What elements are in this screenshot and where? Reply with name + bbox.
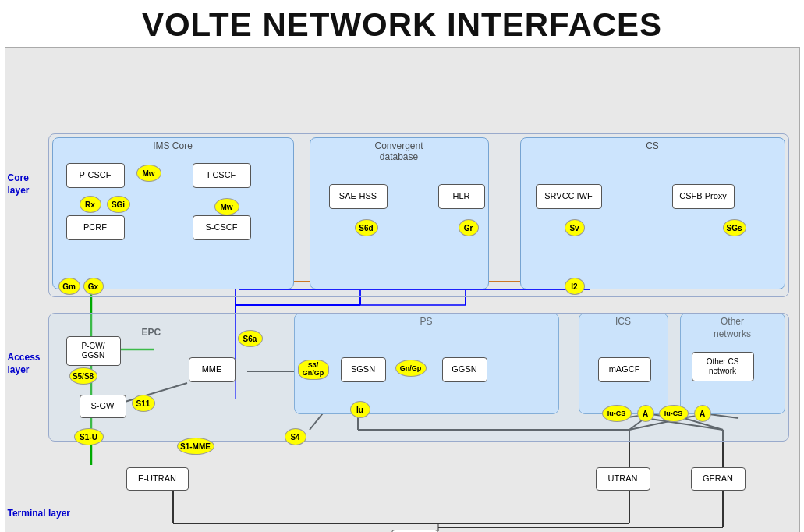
terminal-layer-label: Terminal layer [8,508,70,519]
sgw-node: S-GW [80,395,126,418]
geran-node: GERAN [691,467,746,491]
a1-iface: A [637,405,654,422]
s6d-iface: S6d [355,219,378,236]
s5s8-iface: S5/S8 [69,367,97,385]
i2-iface: I2 [565,278,585,295]
s11-iface: S11 [132,395,155,412]
magcf-node: mAGCF [598,357,651,382]
s6a-iface: S6a [238,330,263,347]
iu-cs2-iface: Iu-CS [659,405,689,422]
hlr-node: HLR [438,184,485,209]
mme-node: MME [189,357,236,382]
sgsn-node: SGSN [341,357,386,382]
sae-hss-node: SAE-HSS [329,184,388,209]
p-cscf-node: P-CSCF [66,163,125,188]
other-cs-node: Other CS network [692,352,754,381]
srvcc-iwf-node: SRVCC IWF [536,184,602,209]
sgs-iface: SGs [723,219,746,236]
rx-iface: Rx [80,196,101,213]
page-title: VOLTE NETWORK INTERFACES [0,0,804,47]
core-region-outer [48,133,789,297]
iu-cs1-iface: Iu-CS [602,405,632,422]
ggsn-node: GGSN [442,357,487,382]
csfb-proxy-node: CSFB Proxy [672,184,735,209]
eutran-node: E-UTRAN [126,467,189,491]
access-layer-label: Access layer [8,352,41,376]
gm-iface: Gm [58,278,80,295]
sgi-iface: SGi [107,196,130,213]
utran-node: UTRAN [596,467,650,491]
core-layer-label: Core layer [8,172,30,197]
s3-gn-gp-iface: S3/ Gn/Gp [298,360,329,380]
i-cscf-node: I-CSCF [193,163,251,188]
s1u-iface: S1-U [74,428,104,445]
a2-iface: A [694,405,711,422]
iu-iface: Iu [350,401,370,418]
gn-gp-iface: Gn/Gp [395,360,427,377]
access-region-outer [48,313,789,442]
mw1-iface: Mw [136,165,161,182]
s-cscf-node: S-CSCF [193,215,251,240]
sv-iface: Sv [565,219,585,236]
pcrf-node: PCRF [66,215,125,240]
mw2-iface: Mw [214,198,239,215]
s4-iface: S4 [285,428,306,445]
gr-iface: Gr [459,219,479,236]
diagram-container: Core layer Access layer Terminal layer I… [5,47,800,532]
gx-iface: Gx [83,278,104,295]
s1mme-iface: S1-MME [177,438,214,455]
pgw-ggsn-node: P-GW/ GGSN [66,336,121,366]
